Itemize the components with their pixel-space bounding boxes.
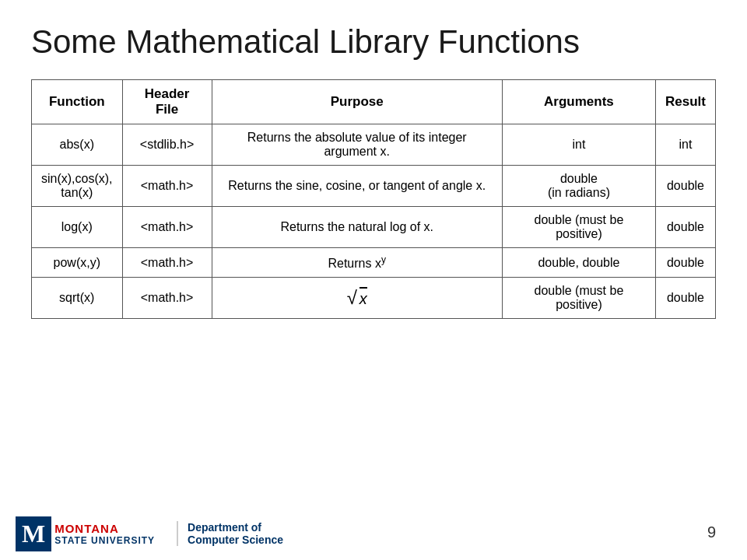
cell-purpose-sqrt: x bbox=[212, 278, 502, 319]
page-title: Some Mathematical Library Functions bbox=[31, 23, 716, 61]
cell-function: pow(x,y) bbox=[32, 248, 123, 278]
cell-purpose: Returns the sine, cosine, or tangent of … bbox=[212, 166, 502, 207]
cell-arguments: double, double bbox=[502, 248, 655, 278]
col-header-file: Header File bbox=[122, 80, 212, 124]
table-row: log(x) <math.h> Returns the natural log … bbox=[32, 207, 716, 248]
table-row: sin(x),cos(x),tan(x) <math.h> Returns th… bbox=[32, 166, 716, 207]
logo-text: MONTANA STATE UNIVERSITY bbox=[54, 522, 155, 546]
dept-info: Department of Computer Science bbox=[177, 521, 283, 546]
cell-purpose: Returns the absolute value of its intege… bbox=[212, 124, 502, 166]
cell-header: <math.h> bbox=[122, 207, 212, 248]
cell-header: <math.h> bbox=[122, 278, 212, 319]
table-row: abs(x) <stdlib.h> Returns the absolute v… bbox=[32, 124, 716, 166]
logo-montana: MONTANA bbox=[54, 522, 155, 535]
cell-function: sqrt(x) bbox=[32, 278, 123, 319]
cell-arguments: int bbox=[502, 124, 655, 166]
col-purpose: Purpose bbox=[212, 80, 502, 124]
dept-line2: Computer Science bbox=[188, 534, 283, 546]
cell-result: double bbox=[656, 166, 716, 207]
cell-function: log(x) bbox=[32, 207, 123, 248]
page-content: Some Mathematical Library Functions Func… bbox=[0, 0, 747, 334]
table-row: sqrt(x) <math.h> x double (must be posit… bbox=[32, 278, 716, 319]
table-header-row: Function Header File Purpose Arguments R… bbox=[32, 80, 716, 124]
sqrt-formula: x bbox=[347, 287, 367, 308]
cell-header: <stdlib.h> bbox=[122, 124, 212, 166]
footer: M MONTANA STATE UNIVERSITY Department of… bbox=[0, 507, 747, 560]
cell-header: <math.h> bbox=[122, 248, 212, 278]
cell-purpose: Returns the natural log of x. bbox=[212, 207, 502, 248]
col-result: Result bbox=[656, 80, 716, 124]
cell-result: double bbox=[656, 278, 716, 319]
col-arguments: Arguments bbox=[502, 80, 655, 124]
cell-function: abs(x) bbox=[32, 124, 123, 166]
dept-line1: Department of bbox=[188, 521, 283, 534]
col-function: Function bbox=[32, 80, 123, 124]
page-number: 9 bbox=[707, 523, 716, 541]
cell-header: <math.h> bbox=[122, 166, 212, 207]
footer-logo: M MONTANA STATE UNIVERSITY bbox=[16, 516, 155, 551]
logo-state: STATE UNIVERSITY bbox=[54, 535, 155, 546]
cell-result: double bbox=[656, 207, 716, 248]
cell-function: sin(x),cos(x),tan(x) bbox=[32, 166, 123, 207]
cell-arguments: double (must be positive) bbox=[502, 278, 655, 319]
cell-arguments: double (must be positive) bbox=[502, 207, 655, 248]
cell-result: int bbox=[656, 124, 716, 166]
sqrt-variable: x bbox=[359, 287, 367, 308]
table-row: pow(x,y) <math.h> Returns xy double, dou… bbox=[32, 248, 716, 278]
cell-result: double bbox=[656, 248, 716, 278]
cell-arguments: double(in radians) bbox=[502, 166, 655, 207]
logo-m-letter: M bbox=[22, 520, 45, 548]
functions-table: Function Header File Purpose Arguments R… bbox=[31, 79, 716, 319]
cell-purpose: Returns xy bbox=[212, 248, 502, 278]
